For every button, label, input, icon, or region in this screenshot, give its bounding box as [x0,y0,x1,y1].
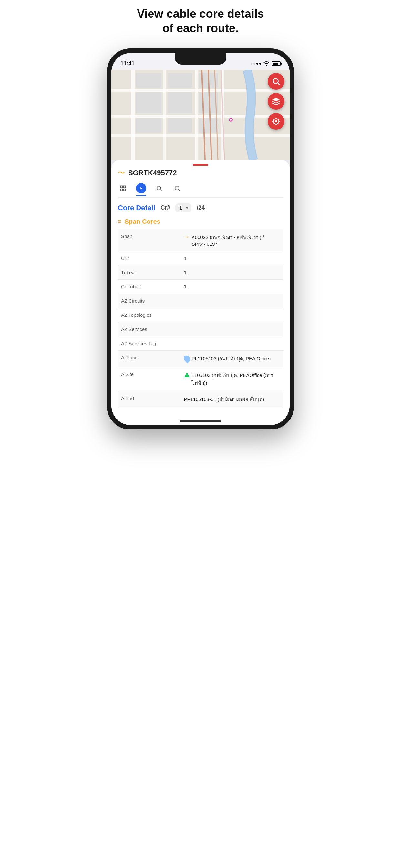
svg-rect-10 [135,118,161,133]
svg-rect-13 [168,118,192,133]
svg-rect-27 [124,186,126,188]
table-cell-label: AZ Topologies [118,308,181,322]
svg-rect-7 [112,134,289,137]
section-title-icon: ≡ [118,218,121,225]
zoom-out-tab-icon [172,183,182,193]
map-svg [112,70,289,160]
table-cell-label: A Place [118,351,181,367]
table-cell-value [181,294,283,308]
place-value-wrapper: PL1105103 (กฟย.ทับปุด, PEA Office) [184,355,280,363]
table-cell-label: Tube# [118,266,181,280]
svg-rect-8 [135,73,161,88]
search-icon [272,77,280,86]
table-cell-value [181,308,283,322]
svg-rect-5 [112,89,289,92]
notch [175,53,226,65]
tab-grid[interactable] [118,183,128,196]
span-value-wrapper: →K00022 (กฟจ.พังงา - สฟฟ.พังงา ) / SPK44… [184,234,280,247]
table-cell-label: Cr Tube# [118,280,181,294]
table-row: Span→K00022 (กฟจ.พังงา - สฟฟ.พังงา ) / S… [118,229,283,251]
table-cell-label: AZ Circuits [118,294,181,308]
table-row: AZ Services [118,322,283,337]
search-fab-button[interactable] [268,73,284,90]
svg-point-21 [275,120,277,123]
location-icon [272,117,280,126]
svg-rect-16 [198,118,218,133]
route-name: SGRTK495772 [128,169,177,177]
wifi-icon [263,61,270,66]
core-detail-title: Core Detail [118,204,155,212]
span-arrow-icon: → [184,234,189,240]
headline-line1: View cable core details [137,7,264,20]
sheet-handle-container [112,160,289,168]
page-wrapper: View cable core details of each route. 1… [100,6,301,430]
table-cell-value [181,337,283,351]
table-cell-value: PP1105103-01 (สำนักงานกฟย.ทับปุด) [181,392,283,408]
table-row: A Site1105103 (กฟย.ทับปุด, PEAOffice (กา… [118,367,283,392]
svg-rect-28 [121,189,123,191]
place-icon [182,354,191,363]
fab-container [268,73,284,130]
signal-dots [251,63,261,65]
status-time: 11:41 [120,60,134,67]
svg-rect-26 [121,186,123,188]
table-cell-value: →K00022 (กฟจ.พังงา - สฟฟ.พังงา ) / SPK44… [181,229,283,251]
table-cell-label: AZ Services Tag [118,337,181,351]
signal-dot-1 [251,63,252,65]
table-cell-label: A Site [118,367,181,392]
cr-select[interactable]: 1 2 3 [175,204,191,212]
table-cell-value: 1105103 (กฟย.ทับปุด, PEAOffice (การไฟฟ้า… [181,367,283,392]
page-headline: View cable core details of each route. [130,6,271,35]
play-icon [138,185,144,191]
table-cell-value: PL1105103 (กฟย.ทับปุด, PEA Office) [181,351,283,367]
zoom-out-icon [174,185,181,191]
table-cell-label: Cr# [118,251,181,266]
battery-fill [273,63,278,65]
signal-dot-4 [259,63,261,65]
svg-point-18 [230,119,232,121]
battery-icon [272,61,281,66]
svg-line-35 [160,190,162,191]
zoom-in-tab-icon [154,183,164,193]
bottom-sheet: 〜 SGRTK495772 [112,160,289,425]
tab-play[interactable] [136,183,146,196]
home-indicator [180,420,221,422]
cr-select-wrapper[interactable]: 1 2 3 ▼ [175,204,191,212]
section-title: ≡ Span Cores [118,218,283,225]
zoom-in-icon [156,185,162,191]
svg-rect-11 [168,73,192,88]
svg-line-38 [179,190,180,191]
table-row: Cr Tube#1 [118,280,283,294]
table-cell-label: Span [118,229,181,251]
table-cell-value [181,322,283,337]
grid-tab-icon [118,183,128,193]
grid-icon [120,185,126,191]
svg-rect-6 [112,115,289,118]
svg-rect-12 [168,92,192,113]
phone-shell: 11:41 [107,49,294,430]
core-detail-row: Core Detail Cr# 1 2 3 ▼ /24 [118,204,283,212]
cr-total: /24 [197,205,205,211]
layers-icon [272,97,280,105]
sheet-content: 〜 SGRTK495772 [112,168,289,408]
site-icon [184,372,190,377]
site-value-wrapper: 1105103 (กฟย.ทับปุด, PEAOffice (การไฟฟ้า… [184,371,280,387]
tab-zoom-in[interactable] [154,183,164,196]
status-icons [251,61,281,66]
signal-dot-2 [253,63,255,65]
location-fab-button[interactable] [268,113,284,130]
play-tab-icon [136,183,146,193]
table-row: AZ Topologies [118,308,283,322]
svg-rect-15 [198,92,218,113]
signal-dot-3 [256,63,258,65]
layers-fab-button[interactable] [268,93,284,110]
tab-zoom-out[interactable] [172,183,182,196]
table-cell-value: 1 [181,251,283,266]
table-row: A EndPP1105103-01 (สำนักงานกฟย.ทับปุด) [118,392,283,408]
cr-label: Cr# [160,205,170,211]
section-title-text: Span Cores [125,218,160,225]
site-value-text: 1105103 (กฟย.ทับปุด, PEAOffice (การไฟฟ้า… [192,371,280,387]
table-row: AZ Services Tag [118,337,283,351]
map-area [112,70,289,160]
table-cell-value: 1 [181,266,283,280]
